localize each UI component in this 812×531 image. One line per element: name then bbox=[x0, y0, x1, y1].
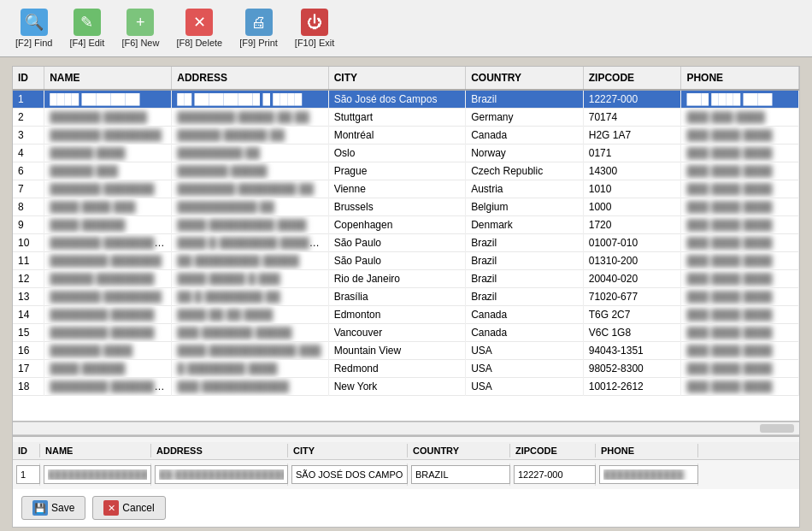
cell-city: Copenhagen bbox=[328, 216, 466, 234]
edit-button[interactable]: ✎[F4] Edit bbox=[62, 5, 111, 51]
cell-city: São José dos Campos bbox=[328, 90, 466, 109]
cell-address: █████████ ██ bbox=[172, 145, 328, 162]
find-button[interactable]: 🔍[F2] Find bbox=[9, 5, 59, 51]
cell-id: 4 bbox=[13, 145, 44, 162]
cell-country: Germany bbox=[466, 109, 584, 127]
table-row[interactable]: 6 ██████ ███ ███████ █████ Prague Czech … bbox=[13, 162, 799, 180]
table-row[interactable]: 1 ████ ████████ ██ █████████ █ ████ São … bbox=[13, 90, 799, 109]
form-city-cell bbox=[288, 463, 408, 486]
delete-button[interactable]: ✕[F8] Delete bbox=[169, 5, 229, 51]
cell-id: 10 bbox=[13, 234, 44, 252]
form-id-input[interactable] bbox=[16, 465, 40, 484]
form-zipcode-input[interactable] bbox=[514, 465, 596, 484]
table-row[interactable]: 13 ███████ ████████ ██ █ ████████ ██ Bra… bbox=[13, 288, 799, 306]
cell-zipcode: 20040-020 bbox=[583, 270, 681, 288]
col-header-address: ADDRESS bbox=[172, 67, 328, 90]
table-row[interactable]: 3 ███████ ████████ ██████ ██████ ██ Mont… bbox=[13, 127, 799, 145]
cell-id: 1 bbox=[13, 90, 44, 109]
cell-city: Brussels bbox=[328, 198, 466, 216]
table-row[interactable]: 17 ████ ██████ █ ████████ ████ Redmond U… bbox=[13, 360, 799, 378]
new-button-icon: + bbox=[127, 9, 154, 36]
data-table: ID NAME ADDRESS CITY COUNTRY ZIPCODE PHO… bbox=[13, 67, 799, 396]
cell-zipcode: 01007-010 bbox=[583, 234, 681, 252]
form-header-id: ID bbox=[13, 444, 40, 457]
cell-city: New York bbox=[328, 378, 466, 396]
form-address-input[interactable] bbox=[155, 465, 288, 484]
cell-id: 18 bbox=[13, 378, 44, 396]
cell-address: ██ █████████ █████ bbox=[172, 252, 328, 270]
cell-id: 9 bbox=[13, 216, 44, 234]
form-name-input[interactable] bbox=[44, 465, 151, 484]
cell-country: Canada bbox=[466, 324, 584, 342]
cell-name: ████ ██████ bbox=[44, 360, 172, 378]
cell-address: ████████ ████████ ██ bbox=[172, 180, 328, 198]
toolbar: 🔍[F2] Find✎[F4] Edit+[F6] New✕[F8] Delet… bbox=[0, 0, 812, 57]
save-button[interactable]: 💾 Save bbox=[21, 496, 85, 520]
table-row[interactable]: 15 ████████ ██████ ███ ███████ █████ Van… bbox=[13, 324, 799, 342]
cell-id: 2 bbox=[13, 109, 44, 127]
cell-name: ██████ ███ bbox=[44, 162, 172, 180]
cell-zipcode: H2G 1A7 bbox=[583, 127, 681, 145]
table-row[interactable]: 4 ██████ ████ █████████ ██ Oslo Norway 0… bbox=[13, 145, 799, 162]
table-row[interactable]: 9 ████ ██████ ████ █████████ ████ Copenh… bbox=[13, 216, 799, 234]
cell-name: ██████ ████ bbox=[44, 145, 172, 162]
table-row[interactable]: 10 ███████ █████████ ████ █ ████████ ███… bbox=[13, 234, 799, 252]
cell-city: São Paulo bbox=[328, 234, 466, 252]
cell-country: Czech Republic bbox=[466, 162, 584, 180]
cell-id: 8 bbox=[13, 198, 44, 216]
cell-phone: ███ ████ ████ bbox=[681, 306, 799, 324]
cell-id: 17 bbox=[13, 360, 44, 378]
horizontal-scrollbar[interactable] bbox=[13, 422, 799, 435]
cell-name: ████ ██████ bbox=[44, 216, 172, 234]
cell-country: Belgium bbox=[466, 198, 584, 216]
table-row[interactable]: 2 ███████ ██████ ████████ █████ ██ ██ St… bbox=[13, 109, 799, 127]
cell-city: Vienne bbox=[328, 180, 466, 198]
table-row[interactable]: 16 ███████ ████ ████ ████████████ ███ Mo… bbox=[13, 342, 799, 360]
table-row[interactable]: 11 ████████ ███████ ██ █████████ █████ S… bbox=[13, 252, 799, 270]
cell-zipcode: 71020-677 bbox=[583, 288, 681, 306]
cell-zipcode: 12227-000 bbox=[583, 90, 681, 109]
form-country-input[interactable] bbox=[411, 465, 510, 484]
cell-zipcode: 70174 bbox=[583, 109, 681, 127]
cell-country: USA bbox=[466, 378, 584, 396]
cell-id: 7 bbox=[13, 180, 44, 198]
cell-name: ███████ █████████ bbox=[44, 234, 172, 252]
table-row[interactable]: 8 ████ ████ ███ ███████████ ██ Brussels … bbox=[13, 198, 799, 216]
cell-id: 16 bbox=[13, 342, 44, 360]
print-button[interactable]: 🖨[F9] Print bbox=[232, 5, 285, 51]
cell-name: ██████ ████████ bbox=[44, 270, 172, 288]
cell-phone: ███ ████ ████ bbox=[681, 270, 799, 288]
form-header-row: ID NAME ADDRESS CITY COUNTRY ZIPCODE PHO… bbox=[13, 442, 799, 460]
cell-city: Oslo bbox=[328, 145, 466, 162]
cancel-label: Cancel bbox=[122, 502, 154, 514]
cell-address: ████ ████████████ ███ bbox=[172, 342, 328, 360]
form-country-cell bbox=[408, 463, 510, 486]
cell-zipcode: 10012-2612 bbox=[583, 378, 681, 396]
form-phone-input[interactable] bbox=[599, 465, 698, 484]
table-row[interactable]: 18 ████████ ████████ ███ ████████████ Ne… bbox=[13, 378, 799, 396]
new-button[interactable]: +[F6] New bbox=[115, 5, 166, 51]
exit-button[interactable]: ⏻[F10] Exit bbox=[288, 5, 341, 51]
cell-country: Canada bbox=[466, 306, 584, 324]
cell-zipcode: 01310-200 bbox=[583, 252, 681, 270]
cancel-button[interactable]: ✕ Cancel bbox=[92, 496, 165, 520]
cell-name: ███████ ███████ bbox=[44, 180, 172, 198]
cell-city: Rio de Janeiro bbox=[328, 270, 466, 288]
cell-address: ████████ █████ ██ ██ bbox=[172, 109, 328, 127]
table-row[interactable]: 7 ███████ ███████ ████████ ████████ ██ V… bbox=[13, 180, 799, 198]
cell-name: ████ ████████ bbox=[44, 90, 172, 109]
cell-name: ████████ ██████ bbox=[44, 324, 172, 342]
form-phone-cell bbox=[596, 463, 698, 486]
table-row[interactable]: 12 ██████ ████████ ████ █████ █ ███ Rio … bbox=[13, 270, 799, 288]
form-zipcode-cell bbox=[510, 463, 596, 486]
cell-country: Denmark bbox=[466, 216, 584, 234]
table-row[interactable]: 14 ████████ ██████ ████ ██ ██ ████ Edmon… bbox=[13, 306, 799, 324]
cell-id: 6 bbox=[13, 162, 44, 180]
cell-phone: ███ ████ ████ bbox=[681, 127, 799, 145]
cell-id: 11 bbox=[13, 252, 44, 270]
table-wrapper[interactable]: ID NAME ADDRESS CITY COUNTRY ZIPCODE PHO… bbox=[13, 67, 799, 422]
main-panel: ID NAME ADDRESS CITY COUNTRY ZIPCODE PHO… bbox=[12, 66, 800, 528]
form-city-input[interactable] bbox=[291, 465, 408, 484]
cell-zipcode: 0171 bbox=[583, 145, 681, 162]
cell-phone: ███ ████ ████ bbox=[681, 360, 799, 378]
